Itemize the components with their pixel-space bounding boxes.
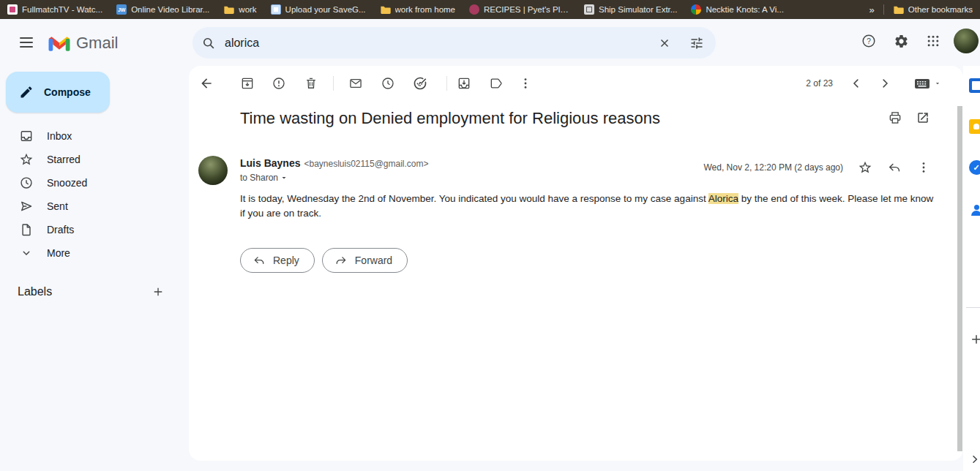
search-options-tune-icon[interactable]: [681, 27, 713, 59]
site-favicon: [271, 4, 281, 15]
chevron-down-icon: [19, 246, 34, 260]
sidebar-item-label: Inbox: [47, 130, 72, 142]
site-favicon: [469, 4, 479, 15]
delete-icon[interactable]: [296, 69, 326, 98]
bookmark-item[interactable]: Ship Simulator Extr...: [584, 4, 677, 15]
report-spam-icon[interactable]: [264, 69, 293, 98]
more-options-icon[interactable]: [511, 69, 540, 98]
move-to-icon[interactable]: [449, 69, 479, 98]
sidebar-item-sent[interactable]: Sent: [0, 195, 183, 218]
bookmark-folder[interactable]: work: [223, 5, 256, 15]
clear-search-icon[interactable]: [648, 27, 681, 59]
sender-avatar[interactable]: [198, 156, 228, 185]
sidebar-item-label: Starred: [47, 154, 81, 165]
tasks-icon[interactable]: ✓: [969, 160, 980, 175]
email-date: Wed, Nov 2, 12:20 PM (2 days ago): [703, 162, 843, 173]
add-task-icon[interactable]: [405, 69, 435, 98]
contacts-icon[interactable]: [969, 201, 980, 216]
bookmark-label: work from home: [395, 5, 455, 14]
gmail-header: Gmail ?: [0, 19, 980, 66]
mark-unread-icon[interactable]: [341, 69, 370, 98]
search-icon[interactable]: [192, 27, 225, 59]
pagination-count: 2 of 23: [806, 66, 833, 101]
bookmark-item[interactable]: FullmatchTV - Watc...: [7, 4, 102, 15]
bookmark-item[interactable]: Upload your SaveG...: [271, 4, 366, 15]
email-body: It is today, Wednesday the 2nd of Novemb…: [240, 192, 934, 221]
pencil-icon: [19, 85, 34, 99]
reply-label: Reply: [273, 255, 299, 266]
bookmarks-separator: [883, 4, 884, 15]
site-favicon: [584, 4, 594, 15]
snooze-icon[interactable]: [373, 69, 403, 98]
account-avatar[interactable]: [954, 29, 979, 53]
toolbar-separator: [333, 76, 334, 91]
label-icon[interactable]: [482, 69, 511, 98]
other-bookmarks[interactable]: Other bookmarks: [893, 5, 973, 15]
google-apps-grid-icon[interactable]: [917, 25, 949, 57]
side-panel-divider: [966, 307, 980, 308]
toolbar-separator: [446, 76, 447, 91]
forward-label: Forward: [355, 255, 392, 266]
inbox-icon: [19, 129, 34, 143]
sidebar-item-more[interactable]: More: [0, 241, 183, 265]
collapse-panel-chevron-icon[interactable]: [966, 451, 980, 468]
open-in-new-icon[interactable]: [912, 107, 934, 129]
create-label-plus-icon[interactable]: [148, 282, 168, 302]
sidebar-item-starred[interactable]: Starred: [0, 148, 183, 171]
newer-email-chevron-icon[interactable]: [848, 75, 865, 92]
draft-icon: [19, 222, 34, 237]
forward-button[interactable]: Forward: [322, 248, 408, 273]
send-icon: [19, 199, 34, 214]
email-subject: Time wasting on Denied employment for Re…: [240, 107, 660, 130]
recipient-dropdown[interactable]: to Sharon: [240, 173, 288, 183]
older-email-chevron-icon[interactable]: [876, 75, 894, 92]
sidebar-item-inbox[interactable]: Inbox: [0, 124, 183, 148]
back-icon[interactable]: [192, 69, 221, 98]
labels-header: Labels: [18, 285, 52, 298]
sidebar-item-snoozed[interactable]: Snoozed: [0, 171, 183, 195]
keep-icon[interactable]: [969, 119, 980, 134]
site-favicon: [691, 4, 701, 15]
print-icon[interactable]: [884, 107, 906, 129]
labels-section: Labels: [0, 280, 183, 304]
archive-icon[interactable]: [233, 69, 262, 98]
input-tools-keyboard-icon[interactable]: [913, 75, 941, 92]
search-bar: [192, 27, 716, 59]
bookmark-label: FullmatchTV - Watc...: [22, 5, 102, 14]
recipient-label: to Sharon: [240, 173, 278, 183]
sidebar-item-label: More: [47, 247, 70, 259]
help-icon[interactable]: ?: [853, 25, 885, 57]
clock-icon: [19, 176, 34, 190]
calendar-icon[interactable]: [969, 78, 980, 93]
bookmark-label: Online Video Librar...: [131, 5, 209, 14]
search-input[interactable]: [225, 37, 648, 50]
bookmark-item[interactable]: JW Online Video Librar...: [116, 4, 209, 15]
compose-button[interactable]: Compose: [6, 72, 110, 113]
bookmark-item[interactable]: RECIPES | Pyet's Plate: [469, 4, 570, 15]
sidebar-item-drafts[interactable]: Drafts: [0, 218, 183, 241]
search-highlight: Alorica: [708, 193, 738, 204]
forward-arrow-icon: [334, 254, 348, 267]
reply-arrow-icon: [253, 254, 266, 267]
bookmark-folder[interactable]: work from home: [380, 5, 455, 15]
settings-gear-icon[interactable]: [885, 25, 917, 57]
get-addons-plus-icon[interactable]: [968, 331, 980, 348]
bookmark-item[interactable]: Necktie Knots: A Vi...: [691, 4, 784, 15]
caret-down-icon: [934, 80, 941, 87]
reply-button[interactable]: Reply: [240, 248, 315, 273]
folder-icon: [380, 5, 391, 15]
compose-label: Compose: [44, 86, 91, 98]
bookmarks-overflow-chevron[interactable]: »: [869, 4, 875, 15]
star-message-icon[interactable]: [850, 153, 880, 182]
scrollbar[interactable]: [957, 106, 962, 451]
bookmark-label: Necktie Knots: A Vi...: [706, 5, 784, 14]
jw-favicon: JW: [116, 4, 127, 15]
bookmark-label: RECIPES | Pyet's Plate: [484, 5, 570, 14]
menu-icon[interactable]: [9, 25, 44, 60]
gmail-logo-text: Gmail: [76, 34, 118, 53]
gmail-logo-icon: [48, 35, 70, 52]
gmail-logo[interactable]: Gmail: [48, 34, 118, 53]
reply-icon[interactable]: [880, 153, 909, 182]
message-more-icon[interactable]: [909, 153, 938, 182]
gmail-window: FullmatchTV - Watc... JW Online Video Li…: [0, 0, 980, 471]
